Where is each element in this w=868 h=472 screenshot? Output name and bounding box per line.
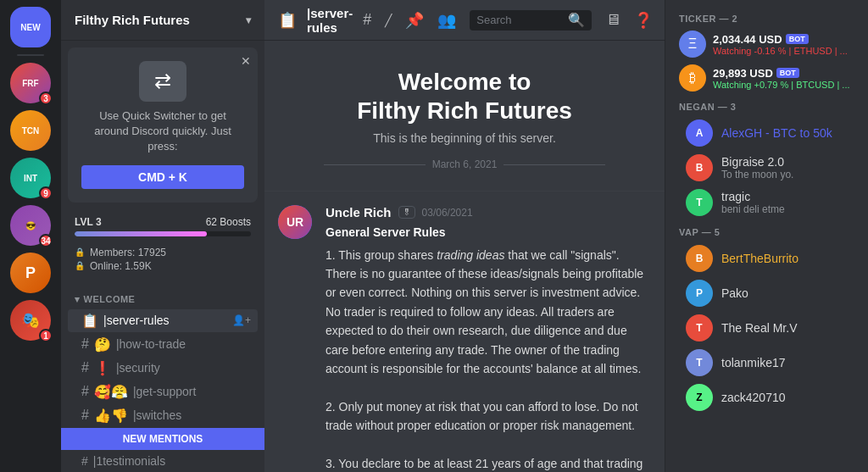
channel-name-support: |get-support — [133, 385, 251, 398]
avatar-pako: P — [686, 280, 713, 307]
header-channel-name-text: |server-rules — [307, 6, 353, 35]
slash-icon[interactable]: ╱ — [385, 14, 392, 27]
member-alexgh[interactable]: A AlexGH - BTC to 50k — [672, 116, 861, 150]
boosts-count: 62 Boosts — [206, 216, 251, 228]
quick-switcher-icon: ⇄ — [139, 61, 186, 102]
btc-icon: ₿ — [679, 64, 706, 92]
hash-icon-switches: # — [81, 408, 89, 423]
message-time: 03/06/2021 — [422, 207, 473, 219]
server-divider — [17, 54, 44, 56]
member-berttheburrito[interactable]: B BertTheBurrito — [672, 242, 861, 275]
emoji-support: 🥰😤 — [94, 384, 128, 400]
eth-icon: Ξ — [679, 31, 706, 58]
channel-rules-header-icon: 📋 — [278, 11, 297, 30]
emoji-trade: 🤔 — [94, 336, 111, 353]
quick-switcher-shortcut[interactable]: CMD + K — [81, 165, 244, 189]
online-stat: 🔒 Online: 1.59K — [75, 260, 251, 272]
channel-get-support[interactable]: # 🥰😤 |get-support — [68, 380, 258, 403]
ticker-section-header: TICKER — 2 — [665, 7, 868, 27]
welcome-date-text: March 6, 2021 — [432, 158, 498, 170]
search-bar[interactable]: 🔍 — [470, 10, 592, 31]
member-info-bigraise: Bigraise 2.0 To the moon yo. — [721, 155, 848, 180]
main-header: 📋 |server-rules # ╱ 📌 👥 🔍 🖥 ❓ — [264, 0, 665, 41]
server-icon-5[interactable]: P — [10, 253, 51, 293]
member-zack[interactable]: Z zack420710 — [672, 380, 861, 414]
avatar-alexgh: A — [686, 119, 713, 147]
members-icon[interactable]: 👥 — [437, 11, 456, 30]
channel-testimonials[interactable]: # |1testimonials — [68, 451, 258, 471]
channel-name-security: |security — [116, 361, 251, 375]
member-name-realv: The Real Mr.V — [721, 321, 848, 335]
server-icon-new[interactable]: NEW — [10, 7, 51, 47]
btc-info: 29,893 USD BOT Watching +0.79 % | BTCUSD… — [713, 67, 854, 90]
message-header: Uncle Rich 🎖 03/06/2021 — [326, 205, 651, 219]
member-status-tragic: beni deli etme — [721, 203, 848, 215]
header-icons: # ╱ 📌 👥 🔍 🖥 ❓ — [363, 10, 653, 31]
server-icon-2[interactable]: TCN — [10, 110, 51, 151]
welcome-date: March 6, 2021 — [298, 158, 631, 170]
member-pako[interactable]: P Pako — [672, 276, 861, 310]
avatar-bigraise: B — [686, 154, 713, 181]
members-stat: 🔒 Members: 17925 — [75, 247, 251, 258]
eth-info: 2,034.44 USD BOT Watching -0.16 % | ETHU… — [713, 33, 854, 56]
negan-section-header: NEGAN — 3 — [665, 95, 868, 115]
avatar-realv: T — [686, 314, 713, 342]
pin-icon[interactable]: 📌 — [405, 11, 424, 30]
channel-server-rules[interactable]: 📋 |server-rules 👤+ — [68, 309, 258, 332]
channel-switches[interactable]: # 👍👎 |switches — [68, 404, 258, 427]
server-icon-6[interactable]: 🎭 1 — [10, 300, 51, 341]
close-button[interactable]: ✕ — [241, 54, 251, 68]
bot-badge-btc: BOT — [776, 68, 799, 78]
member-info-zack: zack420710 — [721, 391, 848, 404]
server-icon-1[interactable]: FRF 3 — [10, 63, 51, 103]
channel-security[interactable]: # ❗ |security — [68, 357, 258, 380]
server-name-header[interactable]: Filthy Rich Futures ▾ — [61, 0, 264, 41]
ticker-eth[interactable]: Ξ 2,034.44 USD BOT Watching -0.16 % | ET… — [665, 27, 868, 61]
new-mentions-label: NEW MENTIONS — [123, 433, 203, 445]
hash-icon-security: # — [81, 360, 89, 375]
online-count: Online: 1.59K — [90, 260, 152, 272]
channel-how-to-trade[interactable]: # 🤔 |how-to-trade — [68, 333, 258, 356]
hashtag-icon[interactable]: # — [363, 11, 371, 29]
hash-icon-trade: # — [81, 336, 89, 352]
avatar-tragic: T — [686, 189, 713, 216]
member-tragic[interactable]: T tragic beni deli etme — [672, 186, 861, 219]
bot-badge-eth: BOT — [786, 34, 809, 44]
channel-sidebar: Filthy Rich Futures ▾ ✕ ⇄ Use Quick Swit… — [61, 0, 264, 472]
member-info-realv: The Real Mr.V — [721, 321, 848, 335]
emoji-security: ❗ — [94, 360, 111, 376]
eth-price: 2,034.44 USD BOT — [713, 33, 854, 46]
avatar-tolanmike: T — [686, 349, 713, 376]
chevron-category-icon: ▾ — [75, 294, 81, 305]
category-welcome[interactable]: ▾ WELCOME — [61, 280, 264, 308]
message-body: 1. This group shares trading ideas that … — [326, 246, 651, 472]
member-realv[interactable]: T The Real Mr.V — [672, 311, 861, 345]
category-welcome-label: WELCOME — [84, 294, 136, 304]
quick-switcher-text: Use Quick Switcher to get around Discord… — [81, 108, 244, 155]
boost-progress-fill — [75, 231, 207, 236]
welcome-title: Welcome toFilthy Rich Futures — [298, 68, 631, 125]
welcome-subtitle: This is the beginning of this server. — [298, 131, 631, 145]
message-content: General Server Rules 1. This group share… — [326, 223, 651, 472]
inbox-icon[interactable]: 🖥 — [605, 11, 620, 29]
member-status-bigraise: To the moon yo. — [721, 169, 848, 180]
quick-switcher-popup: ✕ ⇄ Use Quick Switcher to get around Dis… — [68, 47, 258, 203]
lock-icon-members: 🔒 — [75, 247, 85, 257]
add-member-icon[interactable]: 👤+ — [232, 314, 251, 326]
channel-list: ▾ WELCOME 📋 |server-rules 👤+ # 🤔 |how-to… — [61, 280, 264, 428]
member-name-zack: zack420710 — [721, 391, 848, 404]
server-icon-3[interactable]: INT 9 — [10, 158, 51, 198]
member-bigraise[interactable]: B Bigraise 2.0 To the moon yo. — [672, 151, 861, 185]
channel-name-switches: |switches — [133, 408, 251, 422]
vap-section-header: VAP — 5 — [665, 220, 868, 241]
rules-icon: 📋 — [81, 313, 98, 329]
message-title: General Server Rules — [326, 223, 651, 242]
help-icon[interactable]: ❓ — [634, 11, 653, 30]
hash-icon-support: # — [81, 384, 89, 399]
ticker-btc[interactable]: ₿ 29,893 USD BOT Watching +0.79 % | BTCU… — [665, 61, 868, 95]
member-tolanmike[interactable]: T tolanmike17 — [672, 346, 861, 380]
server-icon-4[interactable]: 😎 34 — [10, 205, 51, 246]
member-info-bert: BertTheBurrito — [721, 252, 848, 265]
search-input[interactable] — [476, 14, 563, 26]
new-mentions-bar[interactable]: NEW MENTIONS — [61, 428, 264, 450]
